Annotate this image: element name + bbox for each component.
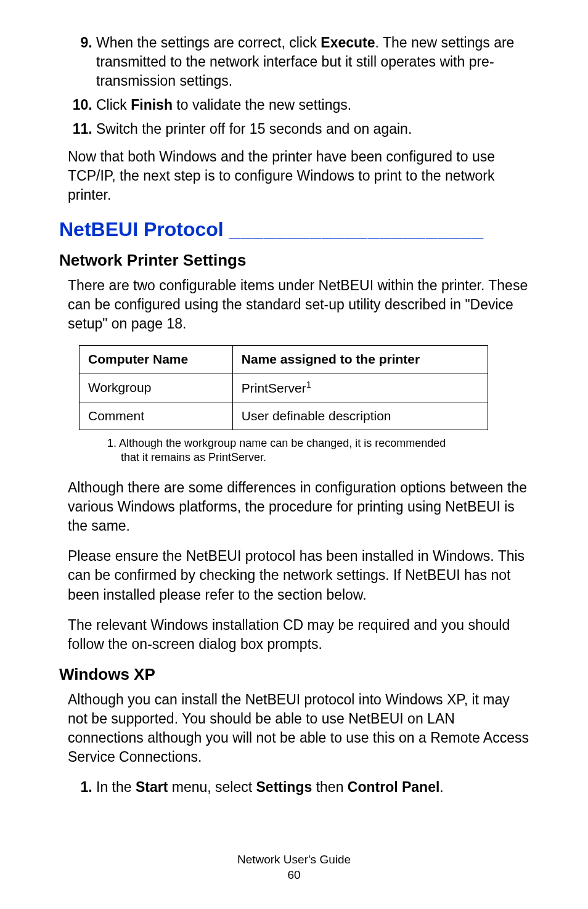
step-9: When the settings are correct, click Exe… <box>96 33 529 91</box>
para-after-steps: Now that both Windows and the printer ha… <box>68 147 529 205</box>
step-9-bold: Execute <box>321 35 375 51</box>
step-10-bold: Finish <box>131 97 173 113</box>
step-11: Switch the printer off for 15 seconds an… <box>96 120 529 139</box>
page-footer: Network User's Guide 60 <box>0 852 588 883</box>
winxp-step1-post: . <box>439 779 443 795</box>
td-workgroup-value: PrintServer1 <box>232 373 488 402</box>
winxp-step1-mid1: menu, select <box>168 779 256 795</box>
para-ensure: Please ensure the NetBEUI protocol has b… <box>68 547 529 604</box>
table-row: Comment User definable description <box>80 402 488 430</box>
para-cd: The relevant Windows installation CD may… <box>68 616 529 654</box>
step-10-post: to validate the new settings. <box>173 97 351 113</box>
th-name-assigned: Name assigned to the printer <box>232 345 488 373</box>
winxp-step1-pre: In the <box>96 779 136 795</box>
printserver-sup: 1 <box>306 380 311 389</box>
td-comment-label: Comment <box>80 402 233 430</box>
heading-network-printer-settings: Network Printer Settings <box>59 251 529 270</box>
table-header-row: Computer Name Name assigned to the print… <box>80 345 488 373</box>
winxp-step-1: In the Start menu, select Settings then … <box>96 778 529 797</box>
printserver-base: PrintServer <box>242 381 306 395</box>
step-10-pre: Click <box>96 97 131 113</box>
printer-properties-table: Computer Name Name assigned to the print… <box>79 345 488 430</box>
section-title-text: NetBEUI Protocol <box>59 218 229 240</box>
footer-title: Network User's Guide <box>0 852 588 868</box>
heading-windows-xp: Windows XP <box>59 665 529 684</box>
para-windows-xp: Although you can install the NetBEUI pro… <box>68 690 529 767</box>
winxp-step1-mid2: then <box>312 779 348 795</box>
section-title-rule: ______________________ <box>229 218 484 240</box>
th-computer-name: Computer Name <box>80 345 233 373</box>
para-nps: There are two configurable items under N… <box>68 276 529 333</box>
winxp-step1-b3: Control Panel <box>348 779 440 795</box>
page: When the settings are correct, click Exe… <box>0 0 588 909</box>
winxp-step-list: In the Start menu, select Settings then … <box>59 778 529 797</box>
winxp-step1-b1: Start <box>136 779 168 795</box>
footer-page-number: 60 <box>0 867 588 883</box>
step-11-text: Switch the printer off for 15 seconds an… <box>96 121 412 137</box>
section-title-netbeui: NetBEUI Protocol ______________________ <box>59 218 529 241</box>
step-10: Click Finish to validate the new setting… <box>96 96 529 115</box>
para-differences: Although there are some differences in c… <box>68 478 529 536</box>
table-row: Workgroup PrintServer1 <box>80 373 488 402</box>
td-comment-value: User definable description <box>232 402 488 430</box>
step-9-pre: When the settings are correct, click <box>96 35 321 51</box>
step-list-top: When the settings are correct, click Exe… <box>59 33 529 139</box>
td-workgroup-label: Workgroup <box>80 373 233 402</box>
table-footnote: 1. Although the workgroup name can be ch… <box>107 436 466 465</box>
winxp-step1-b2: Settings <box>256 779 312 795</box>
